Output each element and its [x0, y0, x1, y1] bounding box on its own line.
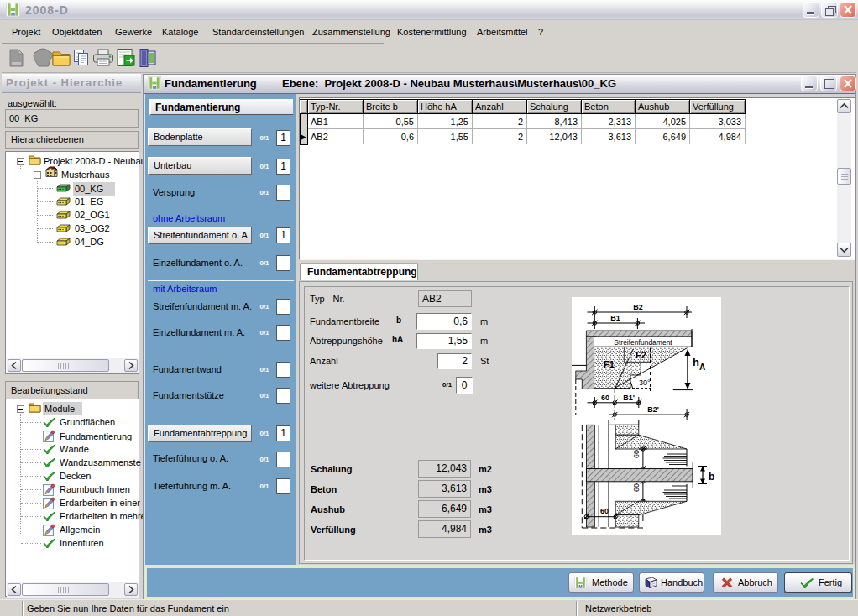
svg-text:F2: F2 — [636, 350, 646, 360]
svg-text:M: M — [11, 12, 15, 17]
svg-text:B1': B1' — [623, 394, 635, 402]
svg-text:M: M — [153, 85, 157, 90]
svg-text:B2: B2 — [633, 303, 643, 311]
svg-text:60: 60 — [601, 394, 609, 402]
svg-text:M: M — [578, 584, 582, 589]
svg-text:60: 60 — [632, 450, 641, 458]
svg-text:B1: B1 — [610, 314, 620, 322]
svg-text:B2': B2' — [647, 405, 659, 414]
svg-text:60: 60 — [632, 483, 641, 492]
svg-text:Streifenfundament: Streifenfundament — [614, 338, 672, 347]
svg-text:A: A — [699, 363, 705, 372]
svg-text:60: 60 — [600, 507, 609, 515]
svg-text:b: b — [709, 471, 714, 483]
svg-text:30°: 30° — [639, 378, 651, 387]
svg-text:h: h — [693, 356, 699, 368]
svg-text:F1: F1 — [604, 359, 615, 369]
